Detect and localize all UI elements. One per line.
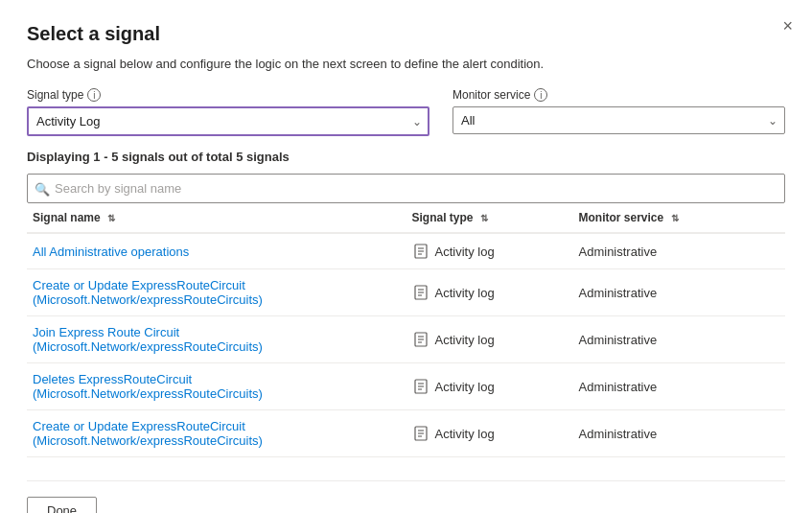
monitor-service-select-wrapper: All Administrative Service Health ⌄ [452,106,785,134]
sort-icon-signal-type: ⇅ [480,213,488,223]
select-signal-dialog: Select a signal × Choose a signal below … [0,0,812,513]
table-row: Join Express Route Circuit (Microsoft.Ne… [27,316,785,363]
signal-name-link[interactable]: Create or Update ExpressRouteCircuit (Mi… [33,419,263,448]
dialog-title: Select a signal [27,23,785,45]
activity-log-icon [412,243,429,260]
column-header-signal-type[interactable]: Signal type ⇅ [406,203,573,233]
signals-table: Signal name ⇅ Signal type ⇅ Monitor serv… [27,203,785,457]
signal-type-label: Activity log [435,380,495,394]
table-row: All Administrative operations Activity l… [27,233,785,269]
search-input[interactable] [27,174,785,203]
table-row: Create or Update ExpressRouteCircuit (Mi… [27,410,785,457]
signal-type-select[interactable]: Activity Log Metric Log [27,106,429,136]
signal-name-link[interactable]: All Administrative operations [33,245,189,259]
signal-name-link[interactable]: Create or Update ExpressRouteCircuit (Mi… [33,278,263,307]
signal-type-label: Activity log [435,286,495,300]
monitor-service-cell: Administrative [573,316,785,363]
monitor-service-select[interactable]: All Administrative Service Health [452,106,785,134]
signal-type-cell: Activity log [406,269,573,316]
signal-type-info-icon: i [87,88,101,102]
signal-name-link[interactable]: Deletes ExpressRouteCircuit (Microsoft.N… [33,372,263,401]
sort-icon-monitor-service: ⇅ [671,213,679,223]
activity-log-icon [412,331,429,348]
column-header-monitor-service[interactable]: Monitor service ⇅ [573,203,785,233]
signal-type-label: Activity log [435,245,495,259]
close-button[interactable]: × [782,17,793,35]
signal-type-cell: Activity log [406,410,573,457]
signal-type-label: Activity log [435,333,495,347]
monitor-service-cell: Administrative [573,410,785,457]
monitor-service-cell: Administrative [573,233,785,269]
table-row: Create or Update ExpressRouteCircuit (Mi… [27,269,785,316]
table-header: Signal name ⇅ Signal type ⇅ Monitor serv… [27,203,785,233]
filter-row: Signal type i Activity Log Metric Log ⌄ … [27,88,785,136]
signal-type-group: Signal type i Activity Log Metric Log ⌄ [27,88,429,136]
displaying-count: Displaying 1 - 5 signals out of total 5 … [27,150,785,164]
activity-log-icon [412,425,429,442]
signal-type-cell: Activity log [406,363,573,410]
signal-type-select-wrapper: Activity Log Metric Log ⌄ [27,106,429,136]
activity-log-icon [412,284,429,301]
dialog-footer: Done [27,480,785,513]
signal-type-cell: Activity log [406,316,573,363]
signal-type-cell: Activity log [406,233,573,269]
monitor-service-cell: Administrative [573,269,785,316]
dialog-description: Choose a signal below and configure the … [27,57,785,71]
signals-table-container: Signal name ⇅ Signal type ⇅ Monitor serv… [27,203,785,457]
monitor-service-cell: Administrative [573,363,785,410]
signal-type-label: Signal type i [27,88,429,102]
search-box-wrapper: 🔍 [27,174,785,203]
table-row: Deletes ExpressRouteCircuit (Microsoft.N… [27,363,785,410]
search-icon: 🔍 [35,181,50,196]
column-header-signal-name[interactable]: Signal name ⇅ [27,203,406,233]
activity-log-icon [412,378,429,395]
signal-type-label: Activity log [435,427,495,441]
monitor-service-label: Monitor service i [452,88,785,102]
signal-name-link[interactable]: Join Express Route Circuit (Microsoft.Ne… [33,325,263,354]
monitor-service-info-icon: i [534,88,547,102]
monitor-service-group: Monitor service i All Administrative Ser… [452,88,785,136]
table-body: All Administrative operations Activity l… [27,233,785,457]
done-button[interactable]: Done [27,497,97,513]
sort-icon-signal-name: ⇅ [107,213,115,223]
